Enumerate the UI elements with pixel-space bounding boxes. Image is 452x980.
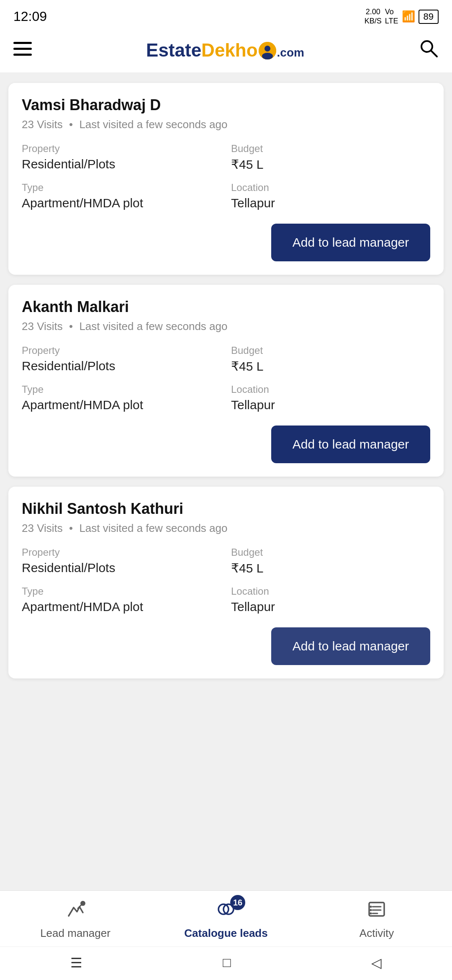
location-label: Location: [231, 585, 430, 597]
location-value: Tellapur: [231, 196, 430, 210]
location-group: Location Tellapur: [231, 384, 430, 412]
property-label: Property: [22, 547, 221, 558]
type-value: Apartment/HMDA plot: [22, 600, 221, 614]
status-time: 12:09: [13, 9, 47, 24]
logo-icon: [259, 42, 276, 59]
visit-count: 23 Visits: [22, 118, 63, 131]
svg-point-4: [265, 46, 270, 52]
nav-badge: 16: [230, 895, 245, 910]
property-group: Property Residential/Plots: [22, 345, 221, 374]
svg-rect-1: [13, 48, 32, 50]
property-label: Property: [22, 143, 221, 155]
dot-separator: •: [69, 118, 73, 131]
type-label: Type: [22, 182, 221, 193]
lead-meta: 23 Visits • Last visited a few seconds a…: [22, 522, 430, 535]
property-value: Residential/Plots: [22, 561, 221, 575]
card-footer: Add to lead manager: [22, 426, 430, 463]
location-label: Location: [231, 384, 430, 395]
android-menu-button[interactable]: ☰: [66, 951, 87, 975]
svg-rect-2: [13, 54, 32, 56]
content-area: Vamsi Bharadwaj D 23 Visits • Last visit…: [0, 73, 452, 902]
location-value: Tellapur: [231, 600, 430, 614]
status-bar: 12:09 2.00KB/S VoLTE 📶 89: [0, 0, 452, 30]
lead-meta: 23 Visits • Last visited a few seconds a…: [22, 118, 430, 131]
svg-point-16: [370, 906, 372, 908]
svg-rect-0: [13, 42, 32, 44]
nav-item-activity[interactable]: Activity: [335, 899, 419, 940]
budget-label: Budget: [231, 143, 430, 155]
budget-group: Budget ₹45 L: [231, 143, 430, 172]
property-value: Residential/Plots: [22, 157, 221, 171]
logo-estate: Estate: [146, 40, 201, 60]
type-group: Type Apartment/HMDA plot: [22, 182, 221, 210]
logo-dekho: Dekho: [201, 40, 257, 60]
svg-point-18: [370, 913, 372, 915]
hamburger-menu[interactable]: [13, 41, 32, 60]
logo-com: .com: [277, 46, 304, 59]
property-label: Property: [22, 345, 221, 356]
property-group: Property Residential/Plots: [22, 143, 221, 172]
last-visit: Last visited a few seconds ago: [79, 522, 227, 534]
property-value: Residential/Plots: [22, 359, 221, 373]
visit-count: 23 Visits: [22, 320, 63, 333]
type-label: Type: [22, 384, 221, 395]
budget-group: Budget ₹45 L: [231, 547, 430, 575]
add-to-lead-manager-button[interactable]: Add to lead manager: [271, 224, 430, 261]
nav-item-lead-manager[interactable]: Lead manager: [33, 899, 117, 940]
status-icons: 2.00KB/S VoLTE 📶 89: [365, 8, 439, 26]
budget-value: ₹45 L: [231, 157, 430, 172]
card-footer: Add to lead manager: [22, 627, 430, 665]
budget-label: Budget: [231, 345, 430, 356]
lead-meta: 23 Visits • Last visited a few seconds a…: [22, 320, 430, 333]
lead-details: Property Residential/Plots Budget ₹45 L …: [22, 143, 430, 210]
logo: EstateDekho .com: [146, 40, 304, 61]
battery-indicator: 89: [419, 10, 439, 24]
search-button[interactable]: [419, 38, 439, 62]
header: EstateDekho .com: [0, 30, 452, 73]
android-home-button[interactable]: □: [218, 951, 235, 975]
activity-icon: [367, 899, 387, 923]
location-label: Location: [231, 182, 430, 193]
location-value: Tellapur: [231, 398, 430, 412]
dot-separator: •: [69, 320, 73, 333]
type-value: Apartment/HMDA plot: [22, 196, 221, 210]
lead-card: Nikhil Santosh Kathuri 23 Visits • Last …: [8, 487, 444, 678]
network-speed: 2.00KB/S: [365, 8, 382, 26]
card-footer: Add to lead manager: [22, 224, 430, 261]
nav-label-activity: Activity: [360, 927, 394, 940]
add-to-lead-manager-button[interactable]: Add to lead manager: [271, 426, 430, 463]
last-visit: Last visited a few seconds ago: [79, 118, 227, 131]
lead-details: Property Residential/Plots Budget ₹45 L …: [22, 547, 430, 614]
svg-point-17: [370, 909, 372, 911]
badge-wrapper: 16: [215, 899, 237, 923]
signal-icon: 📶: [402, 10, 415, 23]
budget-value: ₹45 L: [231, 359, 430, 374]
last-visit: Last visited a few seconds ago: [79, 320, 227, 333]
carrier-icon: VoLTE: [385, 8, 398, 26]
type-value: Apartment/HMDA plot: [22, 398, 221, 412]
budget-group: Budget ₹45 L: [231, 345, 430, 374]
lead-name: Vamsi Bharadwaj D: [22, 96, 430, 114]
svg-line-7: [431, 51, 437, 57]
location-group: Location Tellapur: [231, 585, 430, 614]
type-label: Type: [22, 585, 221, 597]
type-group: Type Apartment/HMDA plot: [22, 585, 221, 614]
lead-card: Vamsi Bharadwaj D 23 Visits • Last visit…: [8, 83, 444, 275]
location-group: Location Tellapur: [231, 182, 430, 210]
android-navigation-bar: ☰ □ ◁: [0, 946, 452, 980]
nav-label-catalogue-leads: Catalogue leads: [184, 927, 267, 940]
type-group: Type Apartment/HMDA plot: [22, 384, 221, 412]
dot-separator: •: [69, 522, 73, 534]
android-back-button[interactable]: ◁: [367, 951, 386, 975]
catalogue-leads-icon: 16: [215, 899, 237, 923]
add-to-lead-manager-button[interactable]: Add to lead manager: [271, 627, 430, 665]
lead-details: Property Residential/Plots Budget ₹45 L …: [22, 345, 430, 412]
lead-manager-icon: [65, 899, 85, 923]
svg-point-5: [262, 53, 273, 59]
lead-name: Akanth Malkari: [22, 298, 430, 316]
visit-count: 23 Visits: [22, 522, 63, 534]
nav-item-catalogue-leads[interactable]: 16 Catalogue leads: [184, 899, 268, 940]
lead-card: Akanth Malkari 23 Visits • Last visited …: [8, 285, 444, 477]
bottom-navigation: Lead manager 16 Catalogue leads: [0, 890, 452, 946]
lead-name: Nikhil Santosh Kathuri: [22, 500, 430, 518]
